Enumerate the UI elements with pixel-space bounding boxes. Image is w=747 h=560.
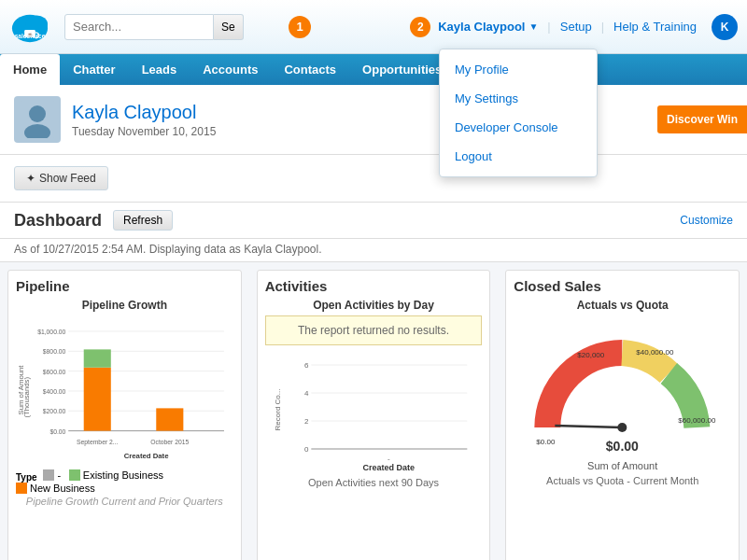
nav-item-home[interactable]: Home [0, 54, 60, 85]
svg-text:$0.00: $0.00 [606, 439, 639, 454]
svg-rect-24 [84, 368, 111, 431]
legend-existing: Existing Business [69, 469, 163, 481]
header-right: 2 Kayla Claypool ▼ | Setup | Help & Trai… [402, 12, 738, 42]
search-button[interactable]: Se [214, 14, 244, 40]
svg-text:Created Date: Created Date [124, 452, 169, 460]
user-menu-button[interactable]: 2 Kayla Claypool ▼ [402, 12, 545, 42]
setup-link[interactable]: Setup [553, 15, 599, 38]
badge-2: 2 [410, 17, 430, 37]
pipeline-section-title: Pipeline [16, 278, 233, 294]
activities-panel: Activities Open Activities by Day The re… [257, 270, 491, 560]
svg-text:$60,000.00: $60,000.00 [679, 416, 717, 425]
dashboard-subtitle: As of 10/27/2015 2:54 AM. Displaying dat… [0, 239, 747, 262]
help-training-link[interactable]: Help & Training [606, 15, 704, 38]
closed-sales-footer: Actuals vs Quota - Current Month [514, 475, 731, 486]
nav-bar: Home Chatter Leads Accounts Contacts Opp… [0, 54, 747, 85]
svg-text:Created Date: Created Date [362, 463, 415, 470]
step1-indicator: 1 [289, 16, 311, 38]
svg-text:(Thousands): (Thousands) [22, 377, 31, 418]
profile-date: Tuesday November 10, 2015 [72, 125, 216, 138]
dropdown-my-profile[interactable]: My Profile [440, 55, 597, 84]
svg-text:$600.00: $600.00 [43, 369, 66, 375]
legend-box-new [16, 483, 27, 494]
badge-1: 1 [289, 16, 311, 38]
svg-text:6: 6 [304, 361, 309, 370]
dropdown-my-settings[interactable]: My Settings [440, 84, 597, 113]
show-feed-button[interactable]: ✦ Show Feed [14, 166, 108, 190]
pipeline-chart-title: Pipeline Growth [16, 299, 233, 312]
svg-text:-: - [388, 455, 390, 463]
show-feed-label: Show Feed [39, 172, 96, 185]
svg-text:October 2015: October 2015 [150, 439, 189, 445]
nav-item-contacts[interactable]: Contacts [271, 54, 349, 85]
svg-rect-25 [84, 349, 111, 367]
svg-text:$20,000: $20,000 [578, 351, 605, 359]
svg-text:Record Co...: Record Co... [274, 389, 282, 431]
activities-footer: Open Activities next 90 Days [265, 477, 483, 488]
customize-link[interactable]: Customize [680, 214, 733, 227]
pipeline-panel: Pipeline Pipeline Growth Sum of Amount (… [7, 270, 242, 560]
discover-button[interactable]: Discover Win [657, 105, 747, 133]
legend-new: New Business [16, 483, 95, 494]
dashboard-header: Dashboard Refresh Customize [0, 203, 747, 239]
profile-info: Kayla Claypool Tuesday November 10, 2015 [72, 102, 216, 138]
avatar[interactable]: K [712, 14, 738, 40]
legend-box-existing [69, 469, 80, 481]
separator2: | [599, 20, 606, 34]
legend-box-dash [43, 469, 54, 481]
legend-dash: - [43, 469, 61, 481]
search-area: Se [64, 14, 270, 40]
dropdown-arrow-icon: ▼ [529, 21, 538, 32]
svg-text:0: 0 [304, 445, 309, 454]
svg-text:4: 4 [304, 389, 309, 398]
svg-text:$800.00: $800.00 [43, 348, 66, 355]
svg-text:$400.00: $400.00 [43, 388, 66, 395]
svg-text:☕: ☕ [27, 31, 34, 37]
profile-area: Kayla Claypool Tuesday November 10, 2015… [0, 85, 747, 155]
activities-section-title: Activities [265, 278, 483, 294]
pipeline-chart: Sum of Amount (Thousands) $1,000.00 $800… [16, 315, 233, 465]
pipeline-legend: Type - Existing Business New Business [16, 469, 233, 496]
svg-text:$1,000.00: $1,000.00 [37, 329, 65, 335]
dashboard-title: Dashboard [14, 211, 102, 231]
dropdown-developer-console[interactable]: Developer Console [440, 113, 597, 142]
show-feed-area: ✦ Show Feed [0, 155, 747, 203]
separator: | [545, 20, 552, 34]
svg-rect-26 [156, 408, 183, 430]
svg-text:September 2...: September 2... [77, 439, 118, 446]
user-dropdown-menu: My Profile My Settings Developer Console… [439, 49, 598, 177]
refresh-button[interactable]: Refresh [113, 210, 173, 231]
type-label: Type [16, 472, 37, 483]
profile-name: Kayla Claypool [72, 102, 216, 123]
legend-label-dash: - [57, 469, 61, 481]
svg-text:$40,000.00: $40,000.00 [637, 348, 675, 357]
gauge-chart: $0.00 $20,000 $40,000.00 $60,000.00 $0.0… [514, 315, 731, 455]
svg-line-46 [556, 426, 623, 427]
svg-text:$200.00: $200.00 [43, 408, 66, 414]
gauge-sum-label: Sum of Amount [514, 460, 731, 471]
legend-label-new: New Business [30, 483, 95, 494]
salesforce-logo: salesforce ☕ [9, 7, 50, 48]
closed-sales-panel: Closed Sales Actuals vs Quota $0.00 $20,… [505, 270, 740, 560]
svg-text:$0.00: $0.00 [537, 438, 557, 446]
logo-area: salesforce ☕ [9, 7, 50, 48]
user-name-label: Kayla Claypool [438, 20, 525, 34]
nav-item-chatter[interactable]: Chatter [60, 54, 129, 85]
nav-item-leads[interactable]: Leads [129, 54, 190, 85]
charts-area: Pipeline Pipeline Growth Sum of Amount (… [0, 262, 747, 560]
legend-label-existing: Existing Business [83, 469, 163, 481]
plus-icon: ✦ [26, 172, 35, 185]
pipeline-footer: Pipeline Growth Current and Prior Quarte… [16, 496, 233, 507]
svg-text:$0.00: $0.00 [49, 428, 65, 435]
activities-chart: Record Co... 6 4 2 0 - Created Date [265, 349, 483, 470]
closed-sales-chart-title: Actuals vs Quota [514, 299, 731, 312]
header: salesforce ☕ Se 1 2 Kayla Claypool ▼ | S… [0, 0, 747, 54]
svg-point-7 [29, 105, 46, 122]
svg-text:2: 2 [304, 417, 309, 426]
search-input[interactable] [64, 14, 214, 40]
nav-item-accounts[interactable]: Accounts [190, 54, 271, 85]
svg-point-47 [618, 423, 627, 432]
closed-sales-section-title: Closed Sales [514, 278, 731, 294]
profile-avatar [14, 96, 61, 143]
dropdown-logout[interactable]: Logout [440, 142, 597, 171]
